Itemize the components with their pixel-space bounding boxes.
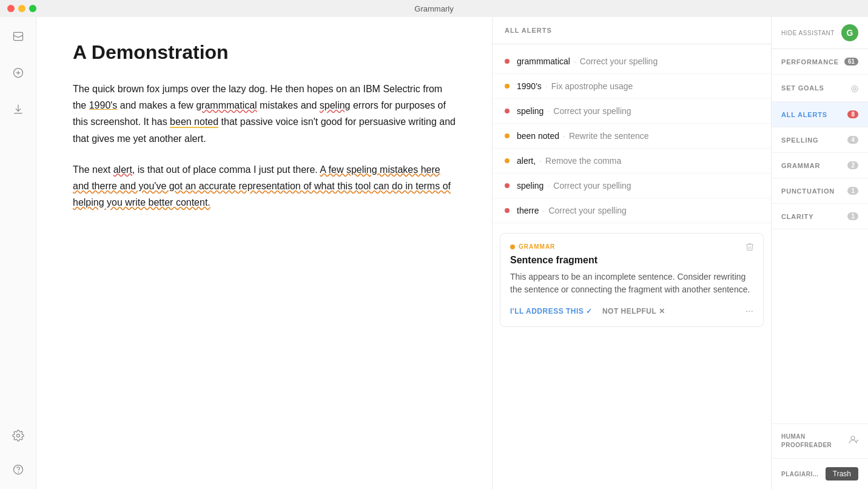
trash-tooltip-container: Trash [826,467,858,481]
punctuation-label: PUNCTUATION [781,187,835,195]
dot-yellow [505,158,510,163]
alert-grammmatical[interactable]: grammmatical [196,100,257,110]
minimize-button[interactable] [18,5,25,12]
list-item[interactable]: speling · Correct your spelling [493,99,771,124]
alert-word: alert, [517,156,536,166]
plagiarism-item[interactable]: PLAGIARI... Trash [772,458,868,489]
grammar-count: 2 [847,161,858,169]
add-icon[interactable] [8,63,28,83]
editor-area[interactable]: A Demonstration The quick brown fox jump… [36,17,492,489]
set-goals-menu-item[interactable]: SET GOALS ◎ [772,75,868,102]
performance-label: PERFORMANCE [781,58,839,66]
card-dot [510,244,515,249]
more-options-button[interactable]: ··· [745,306,753,317]
alert-word: speling [517,106,543,116]
not-helpful-button[interactable]: NOT HELPFUL ✕ [602,307,665,315]
alert-word: speling [517,181,543,191]
alert-speling-1[interactable]: speling [320,100,351,110]
alerts-panel: ALL ALERTS grammmatical · Correct your s… [492,17,771,489]
card-actions: I'LL ADDRESS THIS ✓ NOT HELPFUL ✕ ··· [510,306,753,317]
list-item[interactable]: 1990's · Fix apostrophe usage [493,74,771,99]
list-item[interactable]: alert, · Remove the comma [493,149,771,174]
right-sidebar: HIDE ASSISTANT G PERFORMANCE 61 SET GOAL… [771,17,868,489]
spelling-label: SPELLING [781,137,818,144]
alert-action: Correct your spelling [553,181,631,191]
alert-word: been noted [517,131,559,141]
alert-comma[interactable]: alert, [113,164,135,175]
alerts-list: grammmatical · Correct your spelling 199… [493,44,771,489]
left-sidebar [0,17,36,489]
window-title: Grammarly [414,4,453,13]
paragraph-1: The quick brown fox jumps over the lazy … [73,81,456,147]
dot-red [505,109,510,113]
human-proofreader-label: HUMANPROOFREADER [781,433,832,450]
proofreader-icon [847,434,858,448]
hide-assistant-label[interactable]: HIDE ASSISTANT [781,30,835,36]
alert-action: Correct your spelling [580,56,658,66]
main-layout: A Demonstration The quick brown fox jump… [0,17,868,489]
alert-word: 1990's [517,81,542,91]
grammarly-avatar[interactable]: G [841,24,858,41]
punctuation-count: 1 [847,187,858,195]
human-proofreader-item[interactable]: HUMANPROOFREADER [772,423,868,458]
dot-red [505,59,510,64]
list-item[interactable]: therre · Correct your spelling [493,198,771,223]
alert-word: grammmatical [517,56,570,66]
paragraph-2: The next alert, is that out of place com… [73,161,456,211]
goals-icon: ◎ [851,83,858,93]
trash-tooltip: Trash [826,467,858,481]
alerts-header: ALL ALERTS [493,17,771,44]
inbox-icon[interactable] [8,27,28,46]
clarity-label: CLARITY [781,213,813,220]
svg-point-5 [16,434,19,437]
trash-icon[interactable] [745,242,755,254]
card-label: GRAMMAR [510,243,753,250]
alert-action: Fix apostrophe usage [551,81,633,91]
dot-red [505,183,510,188]
card-description: This appears to be an incomplete sentenc… [510,271,753,296]
traffic-lights [7,5,36,12]
list-item[interactable]: speling · Correct your spelling [493,174,771,198]
alert-action: Correct your spelling [548,206,626,215]
help-icon[interactable] [8,460,28,479]
all-alerts-menu-item[interactable]: ALL ALERTS 8 [772,102,868,127]
titlebar: Grammarly [0,0,868,17]
sidebar-bottom [8,426,28,479]
plagiarism-label: PLAGIARI... [781,471,819,477]
dot-yellow [505,84,510,89]
close-button[interactable] [7,5,15,12]
grammar-menu-item[interactable]: GRAMMAR 2 [772,153,868,178]
dot-red [505,208,510,213]
dot-yellow [505,133,510,138]
grammar-label: GRAMMAR [781,162,820,169]
performance-menu-item[interactable]: PERFORMANCE 61 [772,49,868,75]
address-this-button[interactable]: I'LL ADDRESS THIS ✓ [510,307,593,315]
alert-action: Correct your spelling [553,106,631,116]
alert-been-noted[interactable]: been noted [170,116,218,128]
all-alerts-count: 8 [847,110,858,118]
clarity-count: 1 [847,212,858,220]
spelling-count: 4 [847,136,858,144]
list-item[interactable]: grammmatical · Correct your spelling [493,49,771,74]
alert-word: therre [517,206,539,215]
list-item[interactable]: been noted · Rewrite the sentence [493,124,771,149]
alert-action: Remove the comma [545,156,621,166]
card-title: Sentence fragment [510,255,753,266]
performance-score: 61 [844,58,858,66]
punctuation-menu-item[interactable]: PUNCTUATION 1 [772,178,868,204]
clarity-menu-item[interactable]: CLARITY 1 [772,204,868,229]
download-icon[interactable] [8,99,28,119]
svg-point-6 [13,465,22,474]
alert-action: Rewrite the sentence [569,131,649,141]
spelling-menu-item[interactable]: SPELLING 4 [772,127,868,153]
alerts-title: ALL ALERTS [505,27,552,34]
svg-point-8 [851,436,855,440]
alert-1990s[interactable]: 1990's [89,100,118,110]
maximize-button[interactable] [29,5,36,12]
settings-icon[interactable] [8,426,28,445]
all-alerts-label: ALL ALERTS [781,111,827,118]
detail-card: GRAMMAR Sentence fragment This appears t… [500,233,764,327]
right-top: HIDE ASSISTANT G [772,17,868,49]
set-goals-label: SET GOALS [781,84,824,92]
right-bottom: HUMANPROOFREADER PLAGIARI... Trash [772,423,868,489]
